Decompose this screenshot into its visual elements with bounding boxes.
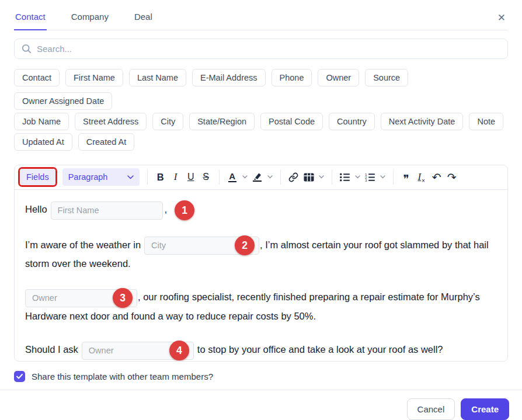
chevron-down-icon <box>127 175 134 179</box>
field-chip-owner[interactable]: Owner <box>318 69 359 86</box>
close-icon[interactable]: ✕ <box>495 11 508 25</box>
blockquote-button[interactable]: ❞ <box>399 168 414 186</box>
field-chip-source[interactable]: Source <box>365 69 408 86</box>
field-chip-street-address[interactable]: Street Address <box>75 113 147 130</box>
tab-contact[interactable]: Contact <box>14 8 47 30</box>
field-chip-postal-code[interactable]: Postal Code <box>260 113 323 130</box>
chevron-down-icon[interactable] <box>242 175 248 179</box>
editor-paragraph: HelloFirst Name,1 <box>25 200 497 220</box>
underline-button[interactable]: U <box>183 168 199 186</box>
highlight-color-button[interactable] <box>250 168 265 186</box>
bullet-list-button[interactable] <box>337 168 353 186</box>
paragraph-style-select[interactable]: Paragraph <box>62 168 140 186</box>
template-editor-modal: Contact Company Deal ✕ ContactFirst Name… <box>0 0 522 420</box>
undo-button[interactable]: ↶ <box>429 168 444 186</box>
text-color-button[interactable]: A <box>225 168 240 186</box>
field-chip-owner-assigned-date[interactable]: Owner Assigned Date <box>14 92 112 110</box>
field-chip-city[interactable]: City <box>152 113 183 130</box>
toolbar-divider <box>219 169 220 185</box>
highlighter-icon <box>253 172 262 182</box>
link-button[interactable] <box>286 168 301 186</box>
table-button[interactable] <box>301 168 316 186</box>
field-chip-phone[interactable]: Phone <box>272 69 312 86</box>
chip-row: Job NameStreet AddressCityState/RegionPo… <box>14 113 508 130</box>
chip-row: ContactFirst NameLast NameE-Mail Address… <box>14 69 508 110</box>
field-chip-state-region[interactable]: State/Region <box>189 113 255 130</box>
annotation-badge-2: 2 <box>235 235 255 255</box>
field-chip-next-activity-date[interactable]: Next Activity Date <box>381 113 464 130</box>
modal-footer: Cancel Create <box>0 390 522 420</box>
field-chip-contact[interactable]: Contact <box>14 69 60 86</box>
share-checkbox[interactable] <box>14 371 25 382</box>
annotation-badge-4: 4 <box>169 341 189 360</box>
field-chip-job-name[interactable]: Job Name <box>14 113 69 130</box>
italic-button[interactable]: I <box>168 168 183 186</box>
editor-paragraph: I’m aware of the weather inCity2, I’m al… <box>25 236 497 273</box>
paragraph-select-value: Paragraph <box>68 172 108 182</box>
share-template-row: Share this template with other team memb… <box>14 371 508 382</box>
tab-company[interactable]: Company <box>70 8 110 30</box>
share-checkbox-label: Share this template with other team memb… <box>32 372 213 381</box>
field-chip-created-at[interactable]: Created At <box>78 133 135 151</box>
create-button[interactable]: Create <box>461 398 509 420</box>
chevron-down-icon[interactable] <box>267 175 273 179</box>
editor-content[interactable]: HelloFirst Name,1 I’m aware of the weath… <box>15 190 507 362</box>
annotation-highlight-box: Fields <box>18 167 57 187</box>
tabs-bar: Contact Company Deal ✕ <box>14 8 508 30</box>
field-chip-last-name[interactable]: Last Name <box>129 69 186 86</box>
text-color-icon: A <box>228 172 236 183</box>
field-chip-updated-at[interactable]: Updated At <box>14 133 72 151</box>
link-icon <box>288 172 298 182</box>
redo-button[interactable]: ↷ <box>444 168 460 186</box>
toolbar-divider <box>393 169 394 185</box>
editor-toolbar: Fields Paragraph B I U S A <box>15 165 507 190</box>
search-icon <box>22 44 32 54</box>
editor-paragraph: Owner3, our roofing specialist, recently… <box>25 288 497 325</box>
search-input[interactable] <box>37 44 500 54</box>
toolbar-divider <box>147 169 148 185</box>
field-chip-first-name[interactable]: First Name <box>65 69 123 86</box>
bullet-list-icon <box>340 173 350 182</box>
chevron-down-icon[interactable] <box>355 175 360 179</box>
cancel-button[interactable]: Cancel <box>407 398 455 420</box>
field-chip-e-mail-address[interactable]: E-Mail Address <box>192 69 266 86</box>
annotation-badge-1: 1 <box>175 200 194 220</box>
table-icon <box>304 173 314 182</box>
ordered-list-icon: 1 2 3 <box>365 173 375 182</box>
toolbar-divider <box>280 169 281 185</box>
editor-paragraph: Should I askOwner4to stop by your office… <box>25 341 497 360</box>
clear-formatting-button[interactable]: I × <box>414 168 429 186</box>
strikethrough-button[interactable]: S <box>199 168 214 186</box>
field-chip-note[interactable]: Note <box>469 113 503 130</box>
ordered-list-button[interactable]: 1 2 3 <box>363 168 378 186</box>
tab-deal[interactable]: Deal <box>133 8 154 30</box>
field-chip-country[interactable]: Country <box>329 113 375 130</box>
chevron-down-icon[interactable] <box>319 175 324 179</box>
search-input-wrapper <box>14 39 508 59</box>
fields-button[interactable]: Fields <box>20 169 55 185</box>
check-icon <box>16 374 23 379</box>
annotation-badge-3: 3 <box>113 288 133 308</box>
svg-text:3: 3 <box>365 179 367 182</box>
chevron-down-icon[interactable] <box>380 175 385 179</box>
field-chip-list: ContactFirst NameLast NameE-Mail Address… <box>14 69 508 154</box>
merge-field-token-first-name[interactable]: First Name <box>51 202 163 220</box>
rich-text-editor: Fields Paragraph B I U S A <box>14 165 508 362</box>
toolbar-divider <box>332 169 332 185</box>
chip-row: Updated AtCreated At <box>14 133 508 151</box>
bold-button[interactable]: B <box>153 168 168 186</box>
clear-formatting-icon: I <box>417 171 421 183</box>
